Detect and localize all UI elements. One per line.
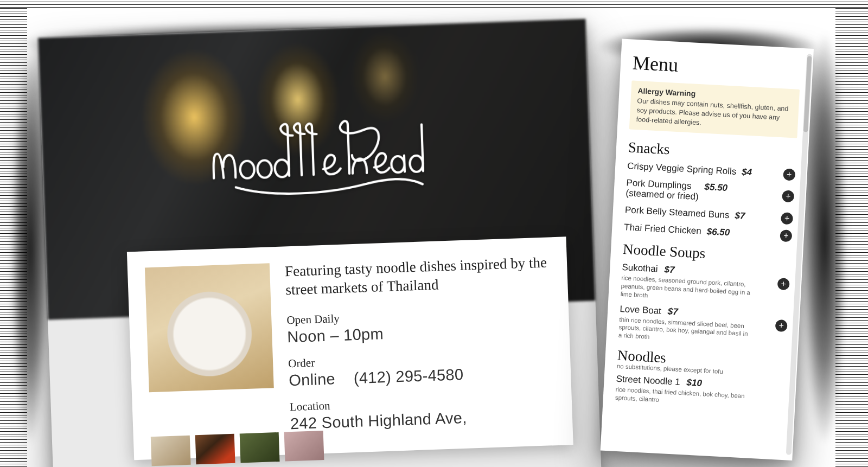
order-phone[interactable]: (412) 295-4580 bbox=[353, 366, 464, 387]
menu-item: Love Boat $7 thin rice noodles, simmered… bbox=[618, 303, 788, 348]
section-title-snacks: Snacks bbox=[628, 139, 796, 164]
svg-point-1 bbox=[257, 160, 272, 178]
item-name: Thai Fried Chicken bbox=[624, 222, 701, 236]
add-item-button[interactable]: + bbox=[780, 229, 792, 242]
item-name: Sukothai bbox=[622, 262, 658, 274]
svg-point-3 bbox=[391, 156, 405, 173]
plus-icon: + bbox=[783, 231, 789, 240]
food-thumb[interactable] bbox=[240, 432, 280, 463]
thumbnail-row bbox=[151, 431, 324, 466]
item-desc: rice noodles, seasoned ground pork, cila… bbox=[620, 274, 751, 305]
order-online-link[interactable]: Online bbox=[289, 370, 336, 389]
plus-icon: + bbox=[787, 170, 792, 178]
item-price: $7 bbox=[667, 306, 678, 317]
item-price: $7 bbox=[735, 210, 745, 222]
item-price: $10 bbox=[686, 378, 702, 389]
food-photo-main bbox=[145, 263, 274, 392]
menu-title: Menu bbox=[632, 52, 801, 83]
food-thumb[interactable] bbox=[195, 434, 235, 464]
menu-item: Pork Dumplings (steamed or fried) $5.50 … bbox=[626, 177, 795, 207]
plus-icon: + bbox=[784, 214, 789, 222]
item-price: $7 bbox=[664, 264, 675, 276]
item-desc: thin rice noodles, simmered sliced beef,… bbox=[618, 315, 749, 346]
item-name: Pork Dumplings (steamed or fried) bbox=[626, 177, 699, 202]
food-thumb[interactable] bbox=[151, 436, 191, 466]
item-name: Crispy Veggie Spring Rolls bbox=[627, 161, 737, 177]
allergy-warning-box: Allergy Warning Our dishes may contain n… bbox=[629, 81, 800, 138]
item-name: Love Boat bbox=[620, 303, 661, 316]
item-price: $4 bbox=[742, 167, 752, 178]
add-item-button[interactable]: + bbox=[775, 319, 788, 332]
item-name: Pork Belly Steamed Buns bbox=[624, 204, 730, 221]
item-desc: rice noodles, thai fried chicken, bok ch… bbox=[615, 386, 745, 408]
svg-point-2 bbox=[275, 159, 289, 177]
add-item-button[interactable]: + bbox=[781, 212, 793, 225]
menu-item: Thai Fried Chicken $6.50 + bbox=[624, 221, 793, 242]
add-item-button[interactable]: + bbox=[783, 168, 795, 181]
plus-icon: + bbox=[786, 192, 791, 201]
add-item-button[interactable]: + bbox=[782, 190, 794, 203]
mobile-menu-card: Menu Allergy Warning Our dishes may cont… bbox=[601, 39, 814, 460]
svg-point-0 bbox=[240, 161, 254, 178]
food-thumb[interactable] bbox=[284, 431, 324, 461]
menu-item: Street Noodle 1 $10 rice noodles, thai f… bbox=[615, 374, 784, 411]
plus-icon: + bbox=[781, 279, 786, 288]
plus-icon: + bbox=[778, 321, 784, 330]
item-price: $6.50 bbox=[706, 226, 730, 238]
add-item-button[interactable]: + bbox=[777, 278, 790, 290]
item-price: $5.50 bbox=[704, 181, 728, 193]
section-title-soups: Noodle Soups bbox=[622, 241, 791, 266]
desktop-mock-card: Featuring tasty noodle dishes inspired b… bbox=[38, 19, 603, 467]
menu-item: Sukothai $7 rice noodles, seasoned groun… bbox=[620, 262, 790, 307]
menu-item: Pork Belly Steamed Buns $7 + bbox=[624, 204, 793, 225]
intro-card: Featuring tasty noodle dishes inspired b… bbox=[127, 236, 573, 460]
allergy-text: Our dishes may contain nuts, shellfish, … bbox=[636, 97, 792, 132]
tagline: Featuring tasty noodle dishes inspired b… bbox=[285, 253, 551, 299]
svg-point-4 bbox=[410, 155, 423, 172]
item-name: Street Noodle 1 bbox=[616, 374, 680, 388]
